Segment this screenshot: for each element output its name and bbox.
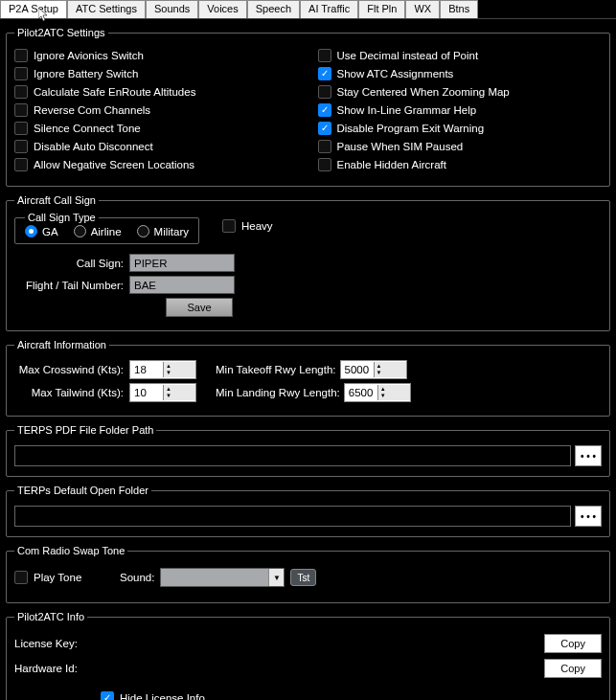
pilot2atc-info-legend: Pilot2ATC Info — [14, 611, 87, 622]
chk-play-tone[interactable] — [14, 571, 28, 584]
callsign-type-group: Call Sign Type GA Airline Military — [14, 212, 199, 244]
tst-button[interactable]: Tst — [290, 569, 316, 586]
lbl-stay-centered: Stay Centered When Zooming Map — [337, 86, 510, 98]
lbl-pause-sim: Pause When SIM Paused — [337, 141, 464, 152]
callsign-type-legend: Call Sign Type — [25, 212, 99, 223]
save-button[interactable]: Save — [166, 298, 233, 317]
browse-terps-open-button[interactable]: • • • — [575, 506, 602, 527]
spin-min-takeoff[interactable]: 5000▲▼ — [340, 360, 407, 379]
pilot2atc-info-group: Pilot2ATC Info License Key: Copy Hardwar… — [6, 611, 610, 700]
chk-enable-hidden[interactable] — [318, 158, 331, 171]
terps-pdf-group: TERPS PDF File Folder Path • • • — [6, 424, 610, 477]
tab-btns[interactable]: Btns — [440, 0, 478, 18]
lbl-calc-safe-alt: Calculate Safe EnRoute Altitudes — [34, 86, 195, 98]
lbl-use-decimal: Use Decimal instead of Point — [337, 50, 479, 61]
chk-disable-auto-disc[interactable] — [14, 140, 28, 153]
chk-show-atc-assign[interactable] — [318, 67, 331, 80]
tab-voices[interactable]: Voices — [198, 0, 246, 18]
lbl-hide-license: Hide License Info — [120, 692, 205, 700]
chk-allow-neg-screen[interactable] — [14, 158, 28, 171]
chk-disable-exit-warn[interactable] — [318, 122, 331, 135]
input-flight-number[interactable] — [129, 276, 235, 294]
aircraft-callsign-group: Aircraft Call Sign Call Sign Type GA Air… — [6, 194, 610, 331]
lbl-disable-exit-warn: Disable Program Exit Warning — [337, 123, 485, 134]
spinner-arrows-icon[interactable]: ▲▼ — [374, 362, 406, 377]
com-radio-group: Com Radio Swap Tone Play Tone Sound: ▼ T… — [6, 545, 610, 603]
tab-atc-settings[interactable]: ATC Settings — [67, 0, 146, 18]
lbl-max-crosswind: Max Crosswind (Kts): — [14, 364, 129, 375]
input-terps-open-path[interactable] — [14, 506, 571, 527]
copy-license-button[interactable]: Copy — [544, 634, 602, 653]
lbl-airline: Airline — [91, 226, 122, 237]
radio-ga[interactable] — [25, 225, 37, 237]
lbl-inline-grammar: Show In-Line Grammar Help — [337, 104, 477, 116]
chk-pause-sim[interactable] — [318, 140, 331, 153]
chk-use-decimal[interactable] — [318, 49, 331, 62]
lbl-military: Military — [154, 226, 189, 237]
lbl-ignore-battery: Ignore Battery Switch — [34, 68, 138, 79]
tab-flt-pln[interactable]: Flt Pln — [358, 0, 405, 18]
chk-ignore-battery[interactable] — [14, 67, 28, 80]
combo-sound[interactable]: ▼ — [160, 568, 285, 587]
lbl-ignore-avionics: Ignore Avionics Switch — [34, 50, 144, 61]
lbl-show-atc-assign: Show ATC Assignments — [337, 68, 454, 79]
chk-calc-safe-alt[interactable] — [14, 85, 28, 99]
chk-inline-grammar[interactable] — [318, 103, 331, 117]
tab-ai-traffic[interactable]: AI Traffic — [300, 0, 358, 18]
input-terps-pdf-path[interactable] — [14, 445, 571, 466]
spinner-arrows-icon[interactable]: ▲▼ — [377, 385, 410, 400]
terps-open-group: TERPs Default Open Folder • • • — [6, 485, 610, 537]
tab-bar: P2A Setup ATC Settings Sounds Voices Spe… — [0, 0, 616, 19]
tab-sounds[interactable]: Sounds — [146, 0, 198, 18]
pilot2atc-settings-legend: Pilot2ATC Settings — [14, 27, 108, 38]
lbl-play-tone: Play Tone — [34, 572, 81, 583]
terps-open-legend: TERPs Default Open Folder — [14, 485, 151, 496]
spin-max-tailwind[interactable]: 10▲▼ — [129, 383, 196, 402]
com-radio-legend: Com Radio Swap Tone — [14, 545, 127, 556]
lbl-heavy: Heavy — [241, 220, 273, 232]
lbl-allow-neg-screen: Allow Negative Screen Locations — [34, 159, 194, 170]
lbl-sound: Sound: — [120, 572, 160, 583]
aircraft-info-group: Aircraft Information Max Crosswind (Kts)… — [6, 339, 610, 417]
tab-wx[interactable]: WX — [405, 0, 440, 18]
tab-p2a-setup[interactable]: P2A Setup — [0, 0, 67, 18]
pilot2atc-settings-group: Pilot2ATC Settings Ignore Avionics Switc… — [6, 27, 610, 187]
chk-reverse-com[interactable] — [14, 103, 28, 117]
radio-airline[interactable] — [74, 225, 86, 237]
lbl-min-landing: Min Landing Rwy Length: — [216, 387, 344, 398]
lbl-ga: GA — [42, 226, 58, 237]
lbl-min-takeoff: Min Takeoff Rwy Length: — [216, 364, 340, 375]
chk-heavy[interactable] — [222, 219, 236, 233]
radio-military[interactable] — [137, 225, 149, 237]
chevron-down-icon[interactable]: ▼ — [268, 569, 284, 586]
chk-stay-centered[interactable] — [318, 85, 331, 99]
copy-hardware-button[interactable]: Copy — [544, 659, 602, 678]
lbl-hardware-id: Hardware Id: — [14, 663, 110, 674]
spin-min-landing[interactable]: 6500▲▼ — [344, 383, 411, 402]
chk-hide-license[interactable] — [101, 691, 114, 700]
lbl-license-key: License Key: — [14, 638, 110, 649]
lbl-max-tailwind: Max Tailwind (Kts): — [14, 387, 129, 398]
aircraft-callsign-legend: Aircraft Call Sign — [14, 194, 99, 206]
terps-pdf-legend: TERPS PDF File Folder Path — [14, 424, 156, 436]
spin-max-crosswind[interactable]: 18▲▼ — [129, 360, 196, 379]
lbl-flight-number: Flight / Tail Number: — [14, 280, 129, 291]
lbl-callsign: Call Sign: — [14, 258, 129, 269]
input-callsign[interactable] — [129, 254, 235, 272]
lbl-enable-hidden: Enable Hidden Aircraft — [337, 159, 446, 170]
chk-ignore-avionics[interactable] — [14, 49, 28, 62]
browse-terps-pdf-button[interactable]: • • • — [575, 445, 602, 466]
tab-speech[interactable]: Speech — [247, 0, 300, 18]
aircraft-info-legend: Aircraft Information — [14, 339, 109, 350]
spinner-arrows-icon[interactable]: ▲▼ — [163, 362, 195, 377]
lbl-reverse-com: Reverse Com Channels — [34, 104, 150, 116]
lbl-disable-auto-disc: Disable Auto Disconnect — [34, 141, 153, 152]
chk-silence-connect[interactable] — [14, 122, 28, 135]
spinner-arrows-icon[interactable]: ▲▼ — [163, 385, 195, 400]
lbl-silence-connect: Silence Connect Tone — [34, 123, 141, 134]
